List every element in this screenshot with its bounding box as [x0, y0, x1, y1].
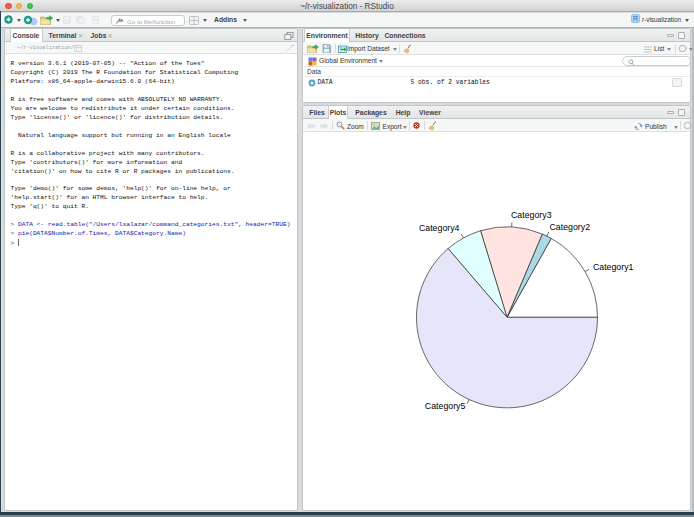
svg-text:Category3: Category3: [511, 210, 552, 220]
svg-text:Category2: Category2: [550, 222, 591, 232]
svg-text:Category4: Category4: [419, 223, 460, 233]
svg-text:Category1: Category1: [593, 262, 634, 272]
svg-text:R: R: [633, 15, 638, 22]
svg-text:Category5: Category5: [425, 401, 466, 411]
